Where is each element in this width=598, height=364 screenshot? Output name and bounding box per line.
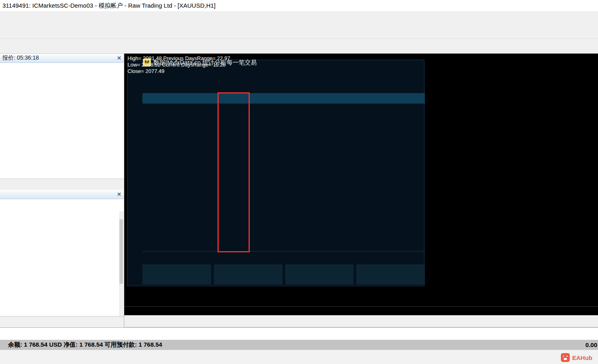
- menu-bar: [0, 11, 598, 23]
- time-axis: [124, 306, 598, 315]
- chart-tab-bar: [124, 315, 598, 327]
- toolbar-main: [0, 23, 598, 39]
- market-watch-tabs: [0, 179, 124, 190]
- status-footer: EAHub: [0, 350, 598, 364]
- close-icon[interactable]: ✕: [117, 55, 121, 61]
- chart-bottom-blocks: [142, 264, 425, 285]
- chart-close-line: Close= 2077.49: [128, 68, 230, 75]
- left-dock: 报价: 05:36:18 ✕ ✕: [0, 54, 124, 327]
- stats-summary-row: [142, 251, 425, 262]
- navigator-scrollbar[interactable]: [119, 211, 123, 316]
- profit-column-highlight: [217, 92, 250, 252]
- close-icon[interactable]: ✕: [117, 191, 121, 197]
- toolbar-drawing: [0, 39, 598, 54]
- chart-high-line: High= 2081.48 Previous DaysRange= 22.97: [128, 55, 230, 62]
- eahub-pig-icon: [561, 353, 570, 362]
- chart-ohlc-overlay: High= 2081.48 Previous DaysRange= 22.97 …: [128, 55, 230, 75]
- navigator-tree: [0, 199, 124, 316]
- mt4-window: 31149491: ICMarketsSC-Demo03 - 模拟帐户 - Ra…: [0, 0, 598, 364]
- eahub-brand-text: EAHub: [572, 354, 592, 361]
- window-title: 31149491: ICMarketsSC-Demo03 - 模拟帐户 - Ra…: [2, 2, 215, 10]
- summary-panel: [427, 61, 578, 306]
- chart-area: High= 2081.48 Previous DaysRange= 22.97 …: [124, 54, 598, 315]
- ea-stats-panel: [127, 60, 424, 286]
- market-watch-title: 报价: 05:36:18: [2, 54, 39, 62]
- balance-row: 余额: 1 768.54 USD 净值: 1 768.54 可用预付款: 1 7…: [0, 340, 598, 350]
- title-bar: 31149491: ICMarketsSC-Demo03 - 模拟帐户 - Ra…: [0, 0, 598, 11]
- chart-low-line: Low= 2058.52 Current DaysRange= 11.28: [128, 62, 230, 68]
- eahub-logo: EAHub: [561, 353, 592, 362]
- stats-table-header: [142, 93, 425, 104]
- market-watch-header: 报价: 05:36:18 ✕: [0, 54, 124, 63]
- navigator-tabs: [0, 316, 124, 327]
- terminal-profit-value: 0.00: [585, 341, 597, 348]
- terminal-header: [0, 327, 598, 340]
- navigator-header: ✕: [0, 190, 124, 199]
- balance-text: 余额: 1 768.54 USD 净值: 1 768.54 可用预付款: 1 7…: [8, 341, 162, 349]
